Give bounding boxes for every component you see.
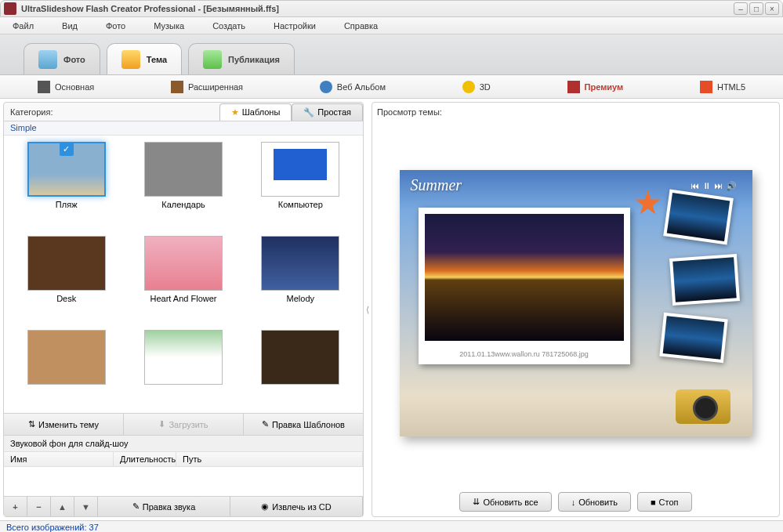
preview-frame: Summer ⏮ ⏸ ⏭ 🔊 2011.01.13www.wallon.ru 7…	[400, 170, 752, 436]
subtab-simple[interactable]: 🔧Простая	[292, 103, 363, 121]
3d-icon	[462, 81, 475, 93]
menu-file[interactable]: Файл	[8, 20, 38, 32]
category-bar: Основная Расширенная Веб Альбом 3D Преми…	[0, 75, 783, 99]
splitter[interactable]: ⟨	[365, 102, 370, 517]
camera-decoration	[676, 389, 730, 424]
arrows-icon: ⇅	[28, 419, 35, 429]
cat-basic[interactable]: Основная	[31, 78, 100, 96]
publish-icon	[203, 50, 222, 69]
next-icon[interactable]: ⏭	[714, 181, 723, 191]
menu-help[interactable]: Справка	[339, 20, 382, 32]
statusbar: Всего изображений: 37	[0, 520, 783, 532]
star-icon: ★	[231, 107, 239, 118]
sound-edit-button[interactable]: ✎Правка звука	[98, 497, 230, 516]
template-beach[interactable]: Пляж	[10, 142, 122, 228]
sound-down-button[interactable]: ▼	[74, 497, 98, 516]
cat-web[interactable]: Веб Альбом	[314, 78, 392, 96]
photo-icon	[38, 50, 57, 69]
change-theme-button[interactable]: ⇅Изменить тему	[4, 414, 124, 435]
sound-rip-button[interactable]: ◉Извлечь из CD	[230, 497, 363, 516]
pause-icon[interactable]: ⏸	[702, 181, 711, 191]
group-header: Simple	[4, 121, 363, 136]
template-laptop[interactable]	[127, 330, 239, 407]
cat-3d[interactable]: 3D	[456, 78, 497, 96]
close-button[interactable]: ×	[765, 2, 779, 15]
player-controls: ⏮ ⏸ ⏭ 🔊	[691, 181, 737, 191]
sound-remove-button[interactable]: −	[27, 497, 51, 516]
advanced-icon	[171, 81, 183, 93]
pencil-icon: ✎	[262, 419, 269, 429]
cd-icon: ◉	[261, 501, 269, 512]
titlebar: UltraSlideshow Flash Creator Professiona…	[0, 0, 783, 17]
menu-music[interactable]: Музыка	[149, 20, 189, 32]
minimize-button[interactable]: –	[734, 2, 748, 15]
html5-icon	[700, 81, 712, 93]
tab-theme[interactable]: Тема	[107, 43, 182, 74]
sound-add-button[interactable]: +	[4, 497, 27, 516]
main-tabs: Фото Тема Публикация	[0, 34, 783, 75]
starfish-decoration	[635, 190, 662, 217]
preview-area: Summer ⏮ ⏸ ⏭ 🔊 2011.01.13www.wallon.ru 7…	[377, 120, 774, 486]
sound-col-path[interactable]: Путь	[176, 452, 363, 466]
sound-col-name[interactable]: Имя	[4, 452, 114, 466]
photo-caption: 2011.01.13www.wallon.ru 781725068.jpg	[419, 350, 630, 358]
menubar: Файл Вид Фото Музыка Создать Настройки С…	[0, 17, 783, 34]
stop-button[interactable]: ■Стоп	[637, 492, 692, 512]
sound-icon[interactable]: 🔊	[726, 181, 737, 191]
premium-icon	[567, 81, 580, 93]
menu-create[interactable]: Создать	[208, 20, 250, 32]
category-label: Категория:	[4, 107, 59, 117]
edit-templates-button[interactable]: ✎Правка Шаблонов	[244, 414, 363, 435]
side-photo-1	[663, 189, 734, 244]
template-computer[interactable]: Компьютер	[245, 142, 357, 228]
menu-photo[interactable]: Фото	[101, 20, 130, 32]
template-calendar[interactable]: Календарь	[127, 142, 239, 228]
template-heart[interactable]: Heart And Flower	[127, 236, 239, 322]
theme-title-text: Summer	[411, 176, 462, 194]
pencil-icon: ✎	[132, 501, 140, 512]
subtab-templates[interactable]: ★Шаблоны	[219, 103, 292, 121]
wrench-icon: 🔧	[303, 107, 314, 118]
refresh-all-button[interactable]: ⇊Обновить все	[459, 492, 551, 512]
template-frame1[interactable]	[10, 330, 122, 407]
template-melody[interactable]: Melody	[245, 236, 357, 322]
menu-view[interactable]: Вид	[57, 20, 82, 32]
theme-icon	[121, 50, 140, 69]
refresh-icon: ↓	[571, 498, 576, 507]
tab-publish[interactable]: Публикация	[188, 43, 295, 74]
right-panel: Просмотр темы: Summer ⏮ ⏸ ⏭ 🔊 2011.01.13…	[372, 102, 780, 517]
menu-settings[interactable]: Настройки	[269, 20, 321, 32]
cat-advanced[interactable]: Расширенная	[165, 78, 249, 96]
web-icon	[320, 81, 332, 93]
side-photo-3	[659, 312, 727, 362]
stop-icon: ■	[651, 498, 656, 507]
tab-photo[interactable]: Фото	[24, 43, 100, 74]
basic-icon	[38, 81, 50, 93]
download-button[interactable]: ⬇Загрузить	[124, 414, 244, 435]
left-panel: Категория: ★Шаблоны 🔧Простая Simple Пляж…	[3, 102, 364, 517]
template-grid: Пляж Календарь Компьютер Desk Heart And …	[4, 136, 363, 413]
main-photo: 2011.01.13www.wallon.ru 781725068.jpg	[419, 208, 630, 364]
sound-table: Имя Длительность Путь	[4, 452, 363, 496]
cat-premium[interactable]: Премиум	[561, 78, 630, 96]
cat-html5[interactable]: HTML5	[694, 78, 752, 96]
refresh-all-icon: ⇊	[473, 497, 480, 507]
prev-icon[interactable]: ⏮	[691, 181, 699, 191]
refresh-button[interactable]: ↓Обновить	[558, 492, 631, 512]
app-icon	[4, 2, 16, 15]
download-icon: ⬇	[158, 419, 165, 429]
window-title: UltraSlideshow Flash Creator Professiona…	[21, 4, 734, 13]
sound-section-title: Звуковой фон для слайд-шоу	[4, 436, 363, 452]
maximize-button[interactable]: □	[749, 2, 763, 15]
sound-up-button[interactable]: ▲	[51, 497, 74, 516]
side-photo-2	[669, 254, 740, 306]
template-frame2[interactable]	[245, 330, 357, 407]
sound-col-duration[interactable]: Длительность	[114, 452, 176, 466]
preview-label: Просмотр темы:	[377, 107, 774, 117]
template-desk[interactable]: Desk	[10, 236, 122, 322]
